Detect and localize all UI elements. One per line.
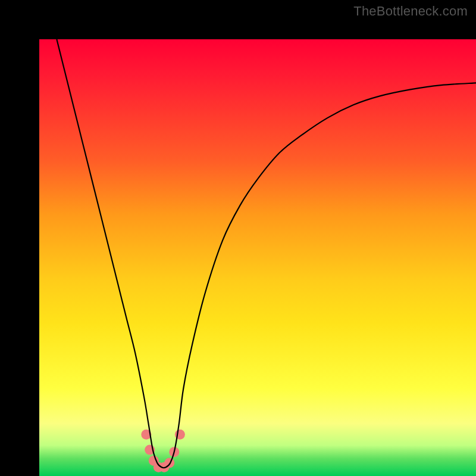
chart-markers	[141, 430, 185, 472]
chart-marker	[164, 458, 174, 468]
chart-svg-layer	[39, 39, 476, 476]
chart-frame	[0, 0, 476, 476]
chart-plot-area	[39, 39, 476, 476]
watermark-text: TheBottleneck.com	[353, 4, 468, 19]
bottleneck-curve	[57, 39, 476, 468]
